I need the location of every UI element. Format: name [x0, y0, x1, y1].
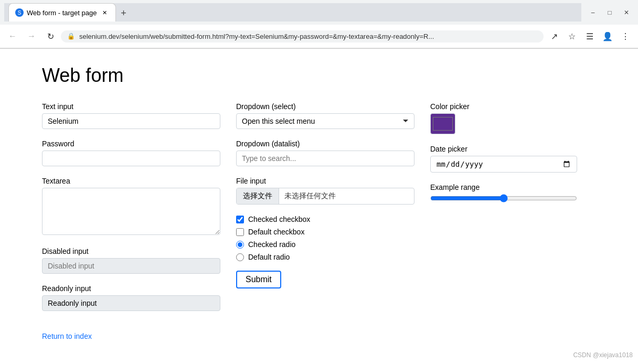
checked-checkbox-label: Checked checkbox	[248, 215, 310, 223]
return-to-index-link[interactable]: Return to index	[42, 332, 92, 340]
minimize-button[interactable]: –	[586, 5, 600, 20]
dropdown-select-label: Dropdown (select)	[236, 102, 414, 111]
dropdown-select-group: Dropdown (select) Open this select menu	[236, 102, 414, 129]
file-input-group: File input 选择文件 未选择任何文件	[236, 177, 414, 205]
tab-bar: S Web form - target page ✕ +	[4, 3, 581, 22]
nav-actions: ↗ ☆ ☰ 👤 ⋮	[546, 28, 634, 45]
disabled-input	[42, 258, 220, 274]
default-radio-label: Default radio	[248, 253, 290, 261]
menu-button[interactable]: ⋮	[617, 28, 634, 45]
readonly-input-label: Readonly input	[42, 284, 220, 293]
range-wrapper	[430, 194, 577, 202]
page-title: Web form	[42, 65, 596, 87]
profile-button[interactable]: 👤	[599, 28, 616, 45]
default-checkbox[interactable]	[236, 228, 244, 236]
readonly-input-group: Readonly input	[42, 284, 220, 311]
default-checkbox-label: Default checkbox	[248, 228, 304, 236]
default-checkbox-group: Default checkbox	[236, 228, 414, 236]
close-button[interactable]: ✕	[619, 5, 634, 20]
readonly-input	[42, 295, 220, 311]
tab-favicon: S	[15, 8, 24, 17]
color-picker-input[interactable]	[430, 113, 455, 134]
forward-button[interactable]: →	[23, 28, 40, 45]
password-group: Password	[42, 140, 220, 166]
tab-title: Web form - target page	[27, 9, 97, 17]
form-col-mid: Dropdown (select) Open this select menu …	[236, 102, 414, 288]
tab-close-button[interactable]: ✕	[100, 8, 109, 17]
checked-checkbox[interactable]	[236, 216, 244, 223]
date-picker-label: Date picker	[430, 145, 577, 153]
text-input-group: Text input	[42, 102, 220, 129]
file-no-file-label: 未选择任何文件	[279, 188, 341, 204]
datalist-input[interactable]	[236, 151, 414, 166]
window-controls: – □ ✕	[586, 5, 634, 20]
dropdown-datalist-label: Dropdown (datalist)	[236, 140, 414, 148]
back-button[interactable]: ←	[4, 28, 21, 45]
color-picker-group: Color picker	[430, 102, 577, 134]
default-radio-group: Default radio	[236, 253, 414, 261]
maximize-button[interactable]: □	[602, 5, 617, 20]
nav-bar: ← → ↻ 🔒 selenium.dev/selenium/web/submit…	[0, 25, 638, 48]
disabled-input-group: Disabled input	[42, 247, 220, 274]
browser-chrome: S Web form - target page ✕ + – □ ✕ ← → ↻…	[0, 0, 638, 49]
checked-checkbox-group: Checked checkbox	[236, 215, 414, 223]
reload-button[interactable]: ↻	[42, 28, 59, 45]
checked-radio-group: Checked radio	[236, 240, 414, 249]
range-group: Example range	[430, 183, 577, 202]
range-label: Example range	[430, 183, 577, 191]
color-picker-label: Color picker	[430, 102, 577, 111]
text-input-label: Text input	[42, 102, 220, 111]
submit-button[interactable]: Submit	[236, 271, 281, 288]
browser-tab[interactable]: S Web form - target page ✕	[8, 3, 116, 22]
title-bar: S Web form - target page ✕ + – □ ✕	[0, 0, 638, 25]
share-button[interactable]: ↗	[546, 28, 562, 45]
checked-radio[interactable]	[236, 241, 244, 249]
bookmark-button[interactable]: ☆	[563, 28, 580, 45]
range-input[interactable]	[430, 194, 577, 202]
file-input-label: File input	[236, 177, 414, 185]
page-content: Web form Text input Password Textarea Di…	[0, 49, 638, 356]
dropdown-select[interactable]: Open this select menu	[236, 113, 414, 129]
web-form: Text input Password Textarea Disabled in…	[42, 102, 596, 322]
checked-radio-label: Checked radio	[248, 240, 295, 249]
file-input-wrapper: 选择文件 未选择任何文件	[236, 188, 414, 205]
textarea-label: Textarea	[42, 177, 220, 185]
address-text: selenium.dev/selenium/web/submitted-form…	[79, 33, 537, 40]
form-col-right: Color picker Date picker Example range	[430, 102, 577, 213]
date-picker-input[interactable]	[430, 156, 577, 173]
sidebar-button[interactable]: ☰	[581, 28, 598, 45]
password-input[interactable]	[42, 151, 220, 166]
textarea-input[interactable]	[42, 188, 220, 235]
textarea-group: Textarea	[42, 177, 220, 237]
text-input[interactable]	[42, 113, 220, 129]
file-choose-button[interactable]: 选择文件	[237, 188, 279, 204]
address-bar[interactable]: 🔒 selenium.dev/selenium/web/submitted-fo…	[61, 30, 544, 42]
password-label: Password	[42, 140, 220, 148]
lock-icon: 🔒	[67, 33, 75, 40]
disabled-input-label: Disabled input	[42, 247, 220, 255]
default-radio[interactable]	[236, 253, 244, 261]
form-col-left: Text input Password Textarea Disabled in…	[42, 102, 220, 322]
date-picker-group: Date picker	[430, 145, 577, 173]
dropdown-datalist-group: Dropdown (datalist)	[236, 140, 414, 166]
watermark: CSDN @xiejava1018	[573, 351, 633, 356]
new-tab-button[interactable]: +	[116, 6, 131, 20]
